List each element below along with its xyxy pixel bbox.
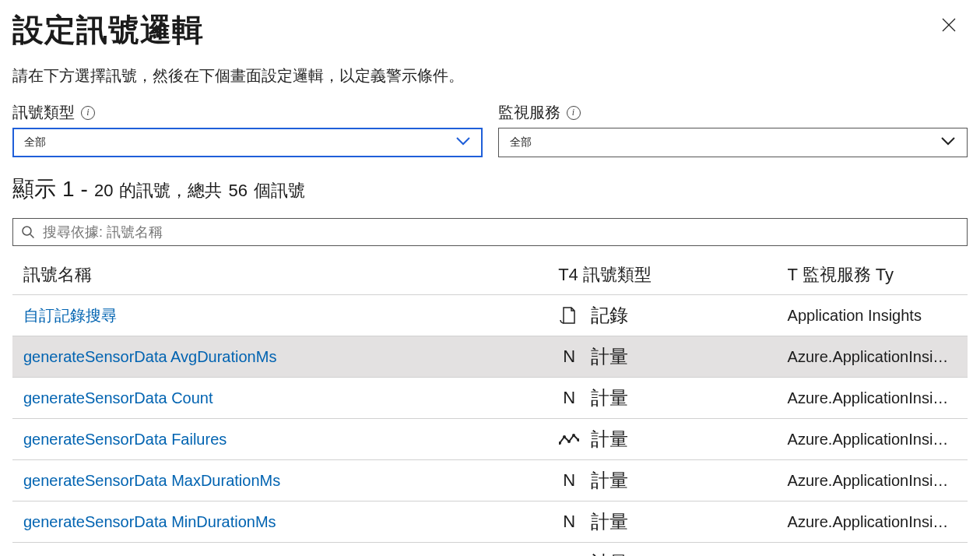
type-glyph-icon: N xyxy=(558,470,580,491)
signal-type-cell: N計量 xyxy=(547,336,776,378)
monitor-service-label-text: 監視服務 xyxy=(498,102,560,123)
signal-type-label-text: 訊號類型 xyxy=(12,102,75,123)
signal-type-dropdown[interactable]: 全部 xyxy=(12,128,483,157)
page-title: 設定訊號邏輯 xyxy=(12,11,968,48)
table-row[interactable]: 自訂記錄搜尋記錄Application Insights xyxy=(12,295,968,336)
table-row[interactable]: generateSensorData AvgDurationMsN計量Azure… xyxy=(12,336,968,378)
dropdown-value: 全部 xyxy=(510,135,532,150)
result-count: 顯示 1 - 20 的訊號，總共 56 個訊號 xyxy=(12,174,968,204)
signal-name[interactable]: generateSensorData AvgDurationMs xyxy=(12,336,547,378)
signal-name[interactable]: generateSensorData MinDurationMs xyxy=(12,501,547,543)
search-input-wrapper[interactable] xyxy=(12,218,968,246)
signal-service: Azure.ApplicationInsi… xyxy=(777,419,968,460)
table-row[interactable]: generateSensorData Successes計量Azure.Appl… xyxy=(12,543,968,557)
signal-name[interactable]: generateSensorData Successes xyxy=(12,543,547,557)
svg-point-6 xyxy=(567,440,571,443)
signals-table: 訊號名稱 T4 訊號類型 T 監視服務 Ty 自訂記錄搜尋記錄Applicati… xyxy=(12,259,968,556)
svg-point-5 xyxy=(563,435,566,438)
signal-type-cell: 計量 xyxy=(547,419,776,460)
signal-type-label: 計量 xyxy=(591,468,628,493)
type-glyph-icon: N xyxy=(558,388,580,408)
svg-point-2 xyxy=(23,227,31,235)
signal-type-cell: 計量 xyxy=(547,543,776,557)
signal-type-cell: 記錄 xyxy=(547,295,776,336)
column-header-service[interactable]: T 監視服務 Ty xyxy=(777,259,968,295)
signal-type-label: 計量 xyxy=(591,385,628,410)
signal-service: Azure.ApplicationInsi… xyxy=(777,378,968,419)
type-glyph-icon: N xyxy=(558,347,580,367)
table-row[interactable]: generateSensorData CountN計量Azure.Applica… xyxy=(12,378,968,419)
signal-type-label: 計量 xyxy=(591,551,628,556)
signal-service: Azure.ApplicationInsi… xyxy=(777,543,968,557)
signal-type-label: 計量 xyxy=(591,427,628,452)
signal-type-label: 計量 xyxy=(591,344,628,369)
signal-name[interactable]: 自訂記錄搜尋 xyxy=(12,295,547,336)
signal-type-cell: N計量 xyxy=(547,378,776,419)
search-icon xyxy=(21,225,35,239)
signal-service: Azure.ApplicationInsi… xyxy=(777,336,968,378)
info-icon[interactable]: i xyxy=(567,106,581,120)
type-glyph-icon: N xyxy=(558,512,580,532)
info-icon[interactable]: i xyxy=(81,106,95,120)
signal-type-label: 訊號類型 i xyxy=(12,102,95,123)
signal-service: Azure.ApplicationInsi… xyxy=(777,501,968,543)
column-header-type[interactable]: T4 訊號類型 xyxy=(547,259,776,295)
signal-name[interactable]: generateSensorData Failures xyxy=(12,419,547,460)
signal-type-cell: N計量 xyxy=(547,460,776,501)
chevron-down-icon xyxy=(455,135,471,150)
svg-line-3 xyxy=(30,234,34,238)
table-row[interactable]: generateSensorData Failures計量Azure.Appli… xyxy=(12,419,968,460)
monitor-service-label: 監視服務 i xyxy=(498,102,581,123)
monitor-service-dropdown[interactable]: 全部 xyxy=(498,128,968,157)
signal-service: Azure.ApplicationInsi… xyxy=(777,460,968,501)
signal-type-label: 記錄 xyxy=(591,303,628,328)
column-header-name[interactable]: 訊號名稱 xyxy=(12,259,547,295)
type-glyph-icon xyxy=(558,305,580,326)
signal-name[interactable]: generateSensorData MaxDurationMs xyxy=(12,460,547,501)
signal-service: Application Insights xyxy=(777,295,968,336)
svg-point-7 xyxy=(572,434,575,437)
signal-name[interactable]: generateSensorData Count xyxy=(12,378,547,419)
chevron-down-icon xyxy=(940,135,956,150)
page-subtitle: 請在下方選擇訊號，然後在下個畫面設定邏輯，以定義警示條件。 xyxy=(12,65,968,86)
table-row[interactable]: generateSensorData MaxDurationMsN計量Azure… xyxy=(12,460,968,501)
dropdown-value: 全部 xyxy=(24,135,46,150)
type-glyph-icon xyxy=(558,432,580,446)
signal-type-label: 計量 xyxy=(591,509,628,534)
signal-type-cell: N計量 xyxy=(547,501,776,543)
table-row[interactable]: generateSensorData MinDurationMsN計量Azure… xyxy=(12,501,968,543)
search-input[interactable] xyxy=(43,224,959,241)
close-icon[interactable] xyxy=(941,17,957,36)
